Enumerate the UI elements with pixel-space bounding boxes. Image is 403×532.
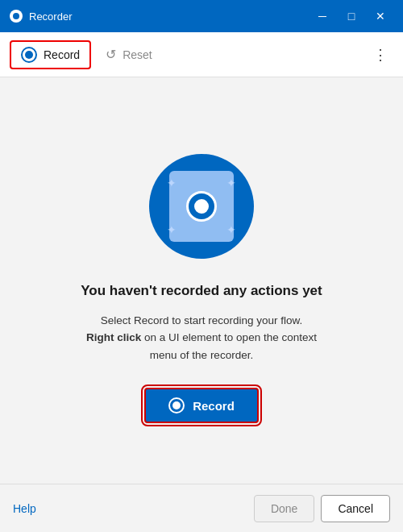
main-content: ✦ ✦ ✦ ✦ You haven't recorded any actions… [0, 77, 403, 484]
record-toolbar-button[interactable]: Record [10, 40, 91, 69]
document-icon [169, 171, 234, 242]
toolbar: Record ↺ Reset ⋮ [0, 32, 403, 77]
record-badge-icon [186, 191, 217, 222]
window-controls: ─ □ ✕ [310, 5, 393, 27]
description-text-1: Select Record to start recording your fl… [101, 314, 303, 326]
cancel-button[interactable]: Cancel [321, 495, 390, 522]
more-options-button[interactable]: ⋮ [368, 42, 393, 68]
record-main-label: Record [193, 399, 235, 413]
description-text-2: on a UI element to open the context menu… [141, 331, 317, 361]
record-button-icon [168, 397, 185, 414]
window-title: Recorder [29, 10, 72, 23]
title-bar-left: Recorder [10, 10, 72, 23]
record-circle-icon [21, 47, 37, 63]
reset-toolbar-button[interactable]: ↺ Reset [94, 40, 164, 69]
close-button[interactable]: ✕ [368, 5, 393, 27]
main-icon-container: ✦ ✦ ✦ ✦ [149, 154, 254, 259]
app-icon [10, 10, 23, 23]
record-toolbar-label: Record [44, 48, 80, 61]
main-heading: You haven't recorded any actions yet [81, 283, 322, 299]
main-description: Select Record to start recording your fl… [81, 312, 322, 364]
title-bar: Recorder ─ □ ✕ [0, 0, 403, 32]
record-main-button[interactable]: Record [144, 388, 259, 423]
footer: Help Done Cancel [0, 484, 403, 532]
reset-toolbar-label: Reset [123, 48, 152, 61]
minimize-button[interactable]: ─ [310, 5, 335, 27]
reset-icon: ↺ [106, 47, 116, 62]
help-link[interactable]: Help [13, 502, 36, 515]
footer-buttons: Done Cancel [254, 495, 390, 522]
restore-button[interactable]: □ [339, 5, 364, 27]
description-bold-text: Right click [86, 331, 141, 343]
done-button[interactable]: Done [254, 495, 314, 522]
